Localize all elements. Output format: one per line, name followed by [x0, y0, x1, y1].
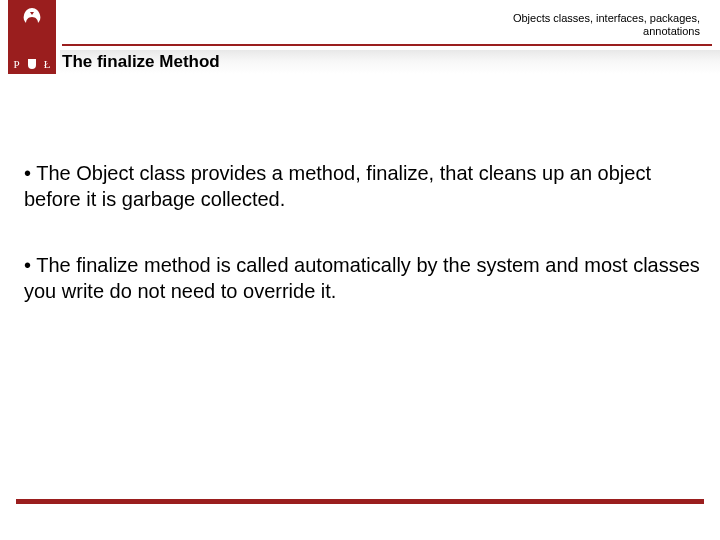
institution-logo: P Ł	[8, 0, 56, 74]
logo-letter-l: Ł	[44, 58, 51, 70]
bullet-2: • The finalize method is called automati…	[24, 252, 710, 304]
header-rule	[62, 44, 712, 46]
logo-letters: P Ł	[14, 58, 51, 70]
breadcrumb: Objects classes, interfaces, packages, a…	[513, 12, 700, 38]
eagle-icon	[19, 6, 45, 28]
header: P Ł Objects classes, interfaces, package…	[0, 0, 720, 80]
slide-title: The finalize Method	[60, 50, 220, 74]
footer-rule	[16, 499, 704, 504]
logo-letter-p: P	[14, 58, 20, 70]
breadcrumb-line2: annotations	[513, 25, 700, 38]
breadcrumb-line1: Objects classes, interfaces, packages,	[513, 12, 700, 25]
content: • The Object class provides a method, fi…	[24, 160, 710, 344]
crest-icon	[26, 58, 38, 70]
slide: P Ł Objects classes, interfaces, package…	[0, 0, 720, 540]
bullet-1: • The Object class provides a method, fi…	[24, 160, 710, 212]
